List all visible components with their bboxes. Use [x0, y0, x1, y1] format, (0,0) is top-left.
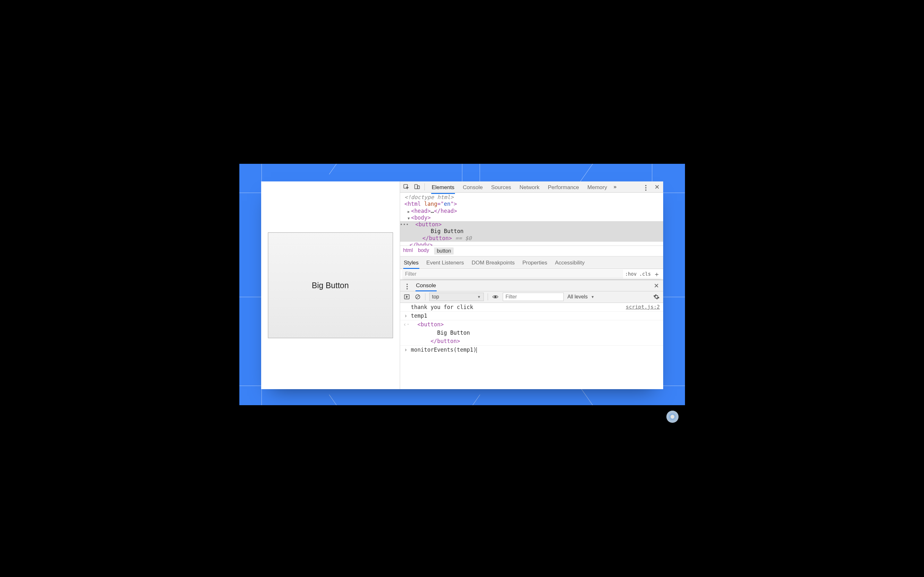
- drawer-menu-icon[interactable]: [403, 282, 411, 289]
- devtools-panel: Elements Console Sources Network Perform…: [400, 181, 663, 389]
- dom-head-collapsed[interactable]: <head>…</head>: [405, 208, 663, 214]
- text-cursor-icon: [477, 347, 477, 353]
- inspect-element-icon[interactable]: [403, 183, 410, 190]
- device-toggle-icon[interactable]: [414, 183, 421, 190]
- svg-point-5: [494, 296, 496, 298]
- console-input-row: › temp1: [400, 311, 663, 320]
- execution-context-select[interactable]: top: [429, 293, 484, 301]
- drawer-close-icon[interactable]: [653, 282, 660, 289]
- browser-window: Big Button: [261, 181, 663, 389]
- console-prompt-row[interactable]: › monitorEvents(temp1): [400, 346, 663, 354]
- hov-toggle[interactable]: :hov: [625, 271, 636, 277]
- console-drawer-header: Console: [400, 280, 663, 292]
- devtools-menu-icon[interactable]: [642, 184, 650, 190]
- svg-rect-1: [415, 185, 417, 189]
- console-settings-icon[interactable]: [653, 293, 660, 300]
- dom-button-text: Big Button: [431, 228, 464, 234]
- cls-toggle[interactable]: .cls: [639, 271, 651, 277]
- live-expression-icon[interactable]: [492, 293, 499, 300]
- tab-console[interactable]: Console: [462, 182, 483, 193]
- dom-doctype: <!doctype html>: [405, 194, 454, 200]
- breadcrumb: html body button: [400, 245, 663, 256]
- breadcrumb-body[interactable]: body: [418, 247, 429, 255]
- console-input-1: temp1: [411, 313, 660, 319]
- dom-tree[interactable]: <!doctype html> <html lang="en"> <head>……: [400, 193, 663, 245]
- tab-memory[interactable]: Memory: [587, 182, 607, 193]
- console-current-input: monitorEvents(temp1): [411, 347, 477, 353]
- console-filter-input[interactable]: [503, 293, 564, 301]
- tab-network[interactable]: Network: [519, 182, 540, 193]
- svg-rect-2: [417, 186, 419, 189]
- console-log-source-link[interactable]: script.js:2: [626, 304, 660, 310]
- log-level-value: All levels: [567, 294, 588, 300]
- dom-selected-node[interactable]: ••• <button> Big Button </button> == $0: [400, 221, 663, 242]
- execution-context-value: top: [432, 294, 439, 300]
- console-toolbar: top All levels: [400, 292, 663, 303]
- page-viewport: Big Button: [261, 181, 400, 389]
- subtab-event-listeners[interactable]: Event Listeners: [426, 258, 465, 269]
- tab-sources[interactable]: Sources: [491, 182, 512, 193]
- console-eval-row: ‹· <button>: [400, 320, 663, 329]
- dom-node-actions-icon[interactable]: •••: [400, 222, 409, 227]
- chrome-logo-icon: [666, 411, 678, 423]
- tabs-overflow-icon[interactable]: »: [612, 184, 618, 190]
- console-sidebar-toggle-icon[interactable]: [403, 293, 410, 300]
- console-eval-row: Big Button: [400, 329, 663, 337]
- subtab-properties[interactable]: Properties: [522, 258, 548, 269]
- devtools-close-icon[interactable]: [654, 183, 661, 190]
- dom-body-open[interactable]: <body>: [405, 214, 663, 221]
- console-log-message: thank you for click: [411, 304, 624, 310]
- breadcrumb-html[interactable]: html: [403, 247, 413, 255]
- subtab-styles[interactable]: Styles: [403, 258, 419, 269]
- breadcrumb-button[interactable]: button: [434, 247, 453, 255]
- big-button[interactable]: Big Button: [268, 232, 393, 338]
- dom-dollar0: == $0: [452, 235, 472, 242]
- dom-body-close: </body>: [405, 242, 663, 245]
- dom-html-open[interactable]: <html lang="en">: [405, 201, 663, 207]
- console-body[interactable]: thank you for click script.js:2 › temp1 …: [400, 303, 663, 389]
- subtab-dom-breakpoints[interactable]: DOM Breakpoints: [471, 258, 515, 269]
- tab-performance[interactable]: Performance: [547, 182, 580, 193]
- new-style-rule-icon[interactable]: ＋: [654, 270, 660, 279]
- console-log-row: thank you for click script.js:2: [400, 303, 663, 311]
- log-level-select[interactable]: All levels: [567, 294, 594, 300]
- styles-filter-input[interactable]: [402, 269, 624, 279]
- tab-elements[interactable]: Elements: [431, 182, 455, 193]
- devtools-topbar: Elements Console Sources Network Perform…: [400, 181, 663, 193]
- clear-console-icon[interactable]: [414, 293, 421, 300]
- styles-filter-row: :hov .cls ＋: [400, 269, 663, 280]
- console-eval-row: </button>: [400, 337, 663, 346]
- styles-tabbar: Styles Event Listeners DOM Breakpoints P…: [400, 256, 663, 269]
- subtab-accessibility[interactable]: Accessibility: [554, 258, 586, 269]
- drawer-tab-console[interactable]: Console: [415, 280, 437, 291]
